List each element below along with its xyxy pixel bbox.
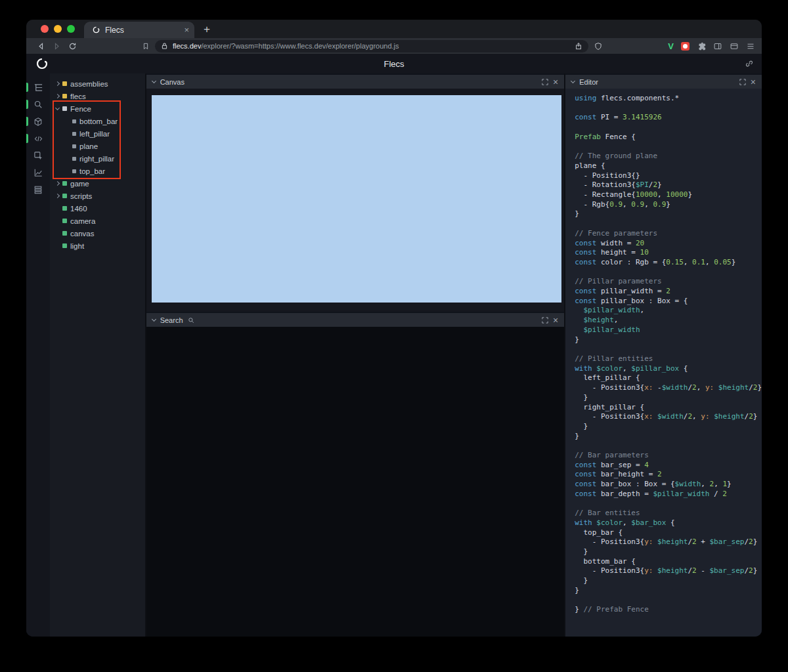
side-panel-icon[interactable] bbox=[713, 42, 722, 51]
close-tab-icon[interactable]: × bbox=[184, 25, 189, 35]
address-bar[interactable]: flecs.dev/explorer/?wasm=https://www.fle… bbox=[155, 40, 588, 52]
chevron-collapsed-icon[interactable] bbox=[55, 194, 60, 198]
search-panel-content[interactable] bbox=[146, 327, 565, 637]
code-line: const width = 20 bbox=[575, 239, 762, 249]
tree-item-top_bar[interactable]: top_bar bbox=[50, 165, 145, 177]
close-panel-icon[interactable]: × bbox=[553, 316, 558, 325]
webgl-canvas[interactable] bbox=[152, 95, 562, 303]
chevron-down-icon[interactable] bbox=[152, 316, 156, 321]
flecs-favicon-icon bbox=[92, 26, 100, 34]
entity-tree-icon[interactable] bbox=[26, 79, 50, 96]
expand-panel-icon[interactable] bbox=[542, 317, 548, 324]
new-tab-button[interactable]: + bbox=[204, 24, 210, 35]
queries-icon[interactable] bbox=[26, 181, 50, 198]
code-line: const height = 10 bbox=[575, 248, 762, 258]
code-line: - Position3{y: $height/2 - $bar_sep/2} bbox=[575, 566, 762, 576]
search-icon[interactable] bbox=[26, 96, 50, 113]
tree-item-flecs[interactable]: flecs bbox=[50, 90, 145, 102]
code-line bbox=[575, 123, 762, 133]
app-header: Flecs bbox=[26, 54, 762, 74]
share-link-icon[interactable] bbox=[745, 59, 754, 68]
chevron-expanded-icon[interactable] bbox=[55, 106, 60, 110]
code-icon[interactable] bbox=[26, 130, 50, 147]
extensions-puzzle-icon[interactable] bbox=[697, 41, 706, 51]
bookmark-icon[interactable] bbox=[142, 42, 150, 51]
chevron-down-icon[interactable] bbox=[571, 78, 575, 83]
code-line: with $color, $bar_box { bbox=[575, 518, 762, 528]
extension-v-icon[interactable]: V bbox=[668, 41, 674, 51]
code-line: } bbox=[575, 209, 762, 219]
back-icon[interactable] bbox=[33, 42, 49, 51]
entities-cube-icon[interactable] bbox=[26, 113, 50, 130]
code-line: bottom_bar { bbox=[575, 557, 762, 567]
code-line: } bbox=[575, 586, 762, 596]
reload-icon[interactable] bbox=[64, 42, 80, 51]
url-text[interactable]: flecs.dev/explorer/?wasm=https://www.fle… bbox=[173, 42, 570, 50]
minimize-window-button[interactable] bbox=[54, 25, 62, 33]
tree-item-label: light bbox=[70, 242, 84, 250]
code-line bbox=[575, 104, 762, 114]
code-line: } bbox=[575, 547, 762, 557]
tree-item-label: canvas bbox=[70, 230, 94, 238]
tree-item-1460[interactable]: 1460 bbox=[50, 202, 145, 215]
code-line: $pillar_width bbox=[575, 326, 762, 335]
lock-icon[interactable] bbox=[161, 42, 168, 50]
tree-item-assemblies[interactable]: assemblies bbox=[50, 77, 145, 90]
tree-item-game[interactable]: game bbox=[50, 177, 145, 190]
chevron-collapsed-icon[interactable] bbox=[55, 81, 60, 86]
close-panel-icon[interactable]: × bbox=[751, 77, 756, 87]
entity-square-icon bbox=[62, 243, 67, 248]
expand-panel-icon[interactable] bbox=[542, 79, 548, 85]
stats-icon[interactable] bbox=[26, 164, 50, 181]
zoom-window-button[interactable] bbox=[67, 25, 75, 33]
close-panel-icon[interactable]: × bbox=[553, 77, 558, 87]
inspector-icon[interactable] bbox=[26, 147, 50, 164]
tree-item-light[interactable]: light bbox=[50, 240, 145, 252]
tree-item-left_pillar[interactable]: left_pillar bbox=[50, 127, 145, 140]
chevron-collapsed-icon[interactable] bbox=[55, 94, 60, 98]
tree-item-label: left_pillar bbox=[79, 130, 110, 138]
shield-icon[interactable] bbox=[594, 42, 602, 51]
browser-window: Flecs × + flecs.dev/explore bbox=[26, 20, 762, 637]
tree-item-Fence[interactable]: Fence bbox=[50, 102, 145, 115]
browser-tab-bar: Flecs × + bbox=[26, 20, 762, 38]
tree-item-camera[interactable]: camera bbox=[50, 215, 145, 227]
code-line: const pillar_width = 2 bbox=[575, 287, 762, 297]
browser-toolbar: flecs.dev/explorer/?wasm=https://www.fle… bbox=[26, 38, 762, 54]
entity-square-icon bbox=[72, 157, 76, 161]
code-line: // Bar entities bbox=[575, 509, 762, 518]
tree-item-scripts[interactable]: scripts bbox=[50, 190, 145, 202]
tree-item-bottom_bar[interactable]: bottom_bar bbox=[50, 115, 145, 127]
menu-icon[interactable] bbox=[746, 42, 755, 51]
wallet-icon[interactable] bbox=[730, 42, 739, 51]
code-line: const bar_height = 2 bbox=[575, 470, 762, 480]
code-line: right_pillar { bbox=[575, 403, 762, 413]
code-line: // Pillar parameters bbox=[575, 277, 762, 287]
entity-square-icon bbox=[72, 144, 76, 148]
code-line: } bbox=[575, 335, 762, 345]
code-line: } bbox=[575, 576, 762, 586]
entity-square-icon bbox=[62, 81, 67, 86]
extensions-area: V bbox=[668, 41, 755, 51]
code-editor[interactable]: using flecs.components.* const PI = 3.14… bbox=[565, 89, 762, 637]
code-line: left_pillar { bbox=[575, 373, 762, 383]
forward-icon[interactable] bbox=[49, 42, 64, 51]
code-line: } bbox=[575, 432, 762, 442]
code-line: // The ground plane bbox=[575, 152, 762, 161]
code-line bbox=[575, 142, 762, 152]
code-line: - Position3{x: -$width/2, y: $height/2} bbox=[575, 383, 762, 393]
desktop-background: Flecs × + flecs.dev/explore bbox=[0, 0, 788, 672]
chevron-collapsed-icon[interactable] bbox=[55, 181, 60, 186]
tree-item-canvas[interactable]: canvas bbox=[50, 227, 145, 240]
share-icon[interactable] bbox=[575, 42, 582, 51]
tree-item-right_pillar[interactable]: right_pillar bbox=[50, 152, 145, 165]
flecs-logo-icon[interactable] bbox=[35, 56, 49, 71]
extension-red-icon[interactable] bbox=[681, 42, 690, 51]
code-line: // Bar parameters bbox=[575, 451, 762, 461]
close-window-button[interactable] bbox=[41, 25, 49, 33]
tree-item-plane[interactable]: plane bbox=[50, 140, 145, 152]
chevron-down-icon[interactable] bbox=[152, 78, 156, 83]
entity-square-icon bbox=[72, 169, 76, 173]
browser-tab[interactable]: Flecs × bbox=[84, 22, 194, 38]
expand-panel-icon[interactable] bbox=[739, 79, 746, 85]
